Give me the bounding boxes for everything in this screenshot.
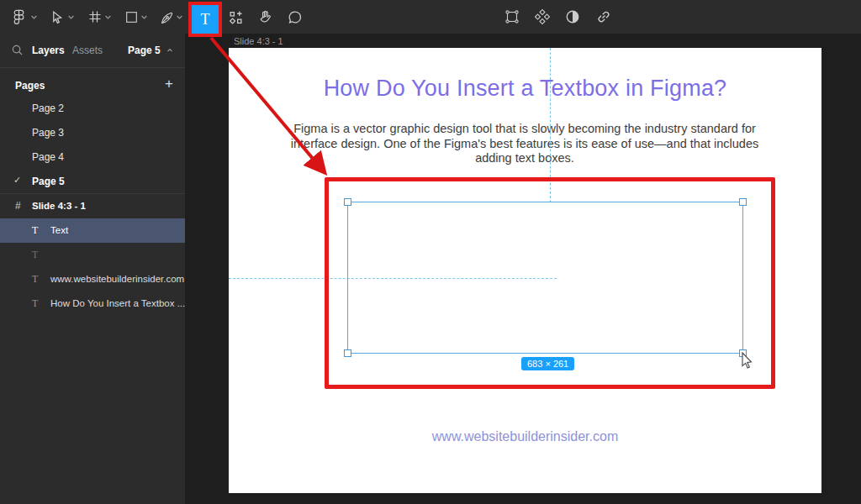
link-icon: [596, 9, 611, 24]
shape-tool-button[interactable]: [122, 0, 140, 34]
pen-tool-button[interactable]: [157, 0, 176, 34]
slide-title: How Do You Insert a Textbox in Figma?: [229, 76, 821, 102]
arrange-button[interactable]: [533, 0, 552, 34]
page-selector-label: Page 5: [128, 45, 161, 56]
comment-bubble-icon: [288, 10, 302, 24]
size-badge: 683 × 261: [521, 357, 574, 370]
layer-item-frame[interactable]: # Slide 4:3 - 1: [0, 194, 185, 218]
text-layer-icon: T: [32, 224, 38, 237]
chevron-down-icon[interactable]: [176, 13, 183, 21]
pen-icon: [160, 10, 174, 24]
tab-assets[interactable]: Assets: [72, 45, 103, 56]
frame-name-label[interactable]: Slide 4:3 - 1: [234, 36, 283, 46]
layer-label: Slide 4:3 - 1: [32, 201, 86, 211]
layer-label: How Do You Insert a Textbox ...: [50, 298, 185, 308]
chevron-up-icon: [166, 47, 173, 54]
mask-contrast-icon: [565, 9, 580, 24]
hand-icon: [258, 9, 272, 24]
figma-logo-icon: [11, 8, 27, 25]
paragraph-line: Figma is a vector graphic design tool th…: [281, 122, 769, 137]
left-sidebar: Layers Assets Page 5 Pages + Page 2 Page…: [0, 34, 185, 504]
frame-layer-icon: #: [15, 200, 21, 212]
diamond-group-icon: [534, 8, 551, 25]
divider: [0, 67, 185, 68]
comment-tool-button[interactable]: [284, 0, 304, 34]
frame-tool-button[interactable]: [86, 0, 104, 34]
chevron-down-icon[interactable]: [140, 13, 148, 21]
edit-object-button[interactable]: [503, 0, 521, 34]
page-item-page5-current[interactable]: ✓ Page 5: [0, 169, 185, 193]
mouse-cursor-icon: [742, 352, 757, 369]
page-item-page3[interactable]: Page 3: [0, 120, 185, 144]
page-label: Page 2: [32, 102, 64, 114]
text-layer-icon: T: [32, 297, 38, 310]
paragraph-line: adding text boxes.: [281, 151, 769, 166]
link-button[interactable]: [594, 0, 613, 34]
text-tool-button-active[interactable]: T: [188, 2, 222, 37]
page-item-page2[interactable]: Page 2: [0, 96, 185, 120]
resources-icon: [229, 10, 243, 24]
page-selector-dropdown[interactable]: Page 5: [128, 45, 173, 56]
layer-item-text-title[interactable]: T How Do You Insert a Textbox ...: [0, 291, 185, 316]
layer-item-text-empty[interactable]: T: [0, 243, 185, 267]
layer-item-text-selected[interactable]: T Text: [0, 218, 185, 243]
page-label: Page 4: [32, 151, 64, 163]
chevron-down-icon[interactable]: [67, 13, 75, 21]
slide-paragraph: Figma is a vector graphic design tool th…: [281, 122, 769, 166]
edit-object-icon: [504, 9, 520, 24]
rectangle-icon: [125, 11, 138, 24]
text-tool-icon: T: [201, 11, 210, 29]
figma-menu-button[interactable]: [8, 0, 29, 34]
text-layer-icon: T: [32, 249, 38, 261]
move-cursor-icon: [50, 10, 64, 24]
check-icon: ✓: [13, 175, 21, 186]
resources-tool-button[interactable]: [225, 0, 246, 34]
tab-layers[interactable]: Layers: [32, 45, 65, 56]
chevron-down-icon[interactable]: [104, 13, 112, 21]
canvas-viewport[interactable]: Slide 4:3 - 1 How Do You Insert a Textbo…: [185, 34, 861, 504]
paragraph-line: interface design. One of the Figma's bes…: [281, 137, 769, 152]
hand-tool-button[interactable]: [255, 0, 275, 34]
toolbar: [0, 0, 861, 34]
move-tool-button[interactable]: [47, 0, 66, 34]
slide-footer-url: www.websitebuilderinsider.com: [229, 429, 821, 444]
mask-button[interactable]: [563, 0, 582, 34]
figma-app: T Layers Assets Page 5 Pages + Page 2 Pa…: [0, 0, 861, 504]
page-label: Page 5: [32, 176, 65, 187]
search-icon[interactable]: [11, 44, 24, 56]
pages-section-header: Pages: [15, 80, 45, 92]
layer-item-text-url[interactable]: T www.websitebuilderinsider.com: [0, 267, 185, 291]
text-layer-icon: T: [32, 273, 38, 286]
layer-label: Text: [50, 225, 68, 235]
layer-label: www.websitebuilderinsider.com: [50, 274, 184, 284]
chevron-down-icon[interactable]: [30, 13, 38, 21]
page-label: Page 3: [32, 127, 64, 139]
add-page-button[interactable]: +: [165, 76, 173, 92]
frame-icon: [88, 10, 102, 24]
page-item-page4[interactable]: Page 4: [0, 144, 185, 169]
